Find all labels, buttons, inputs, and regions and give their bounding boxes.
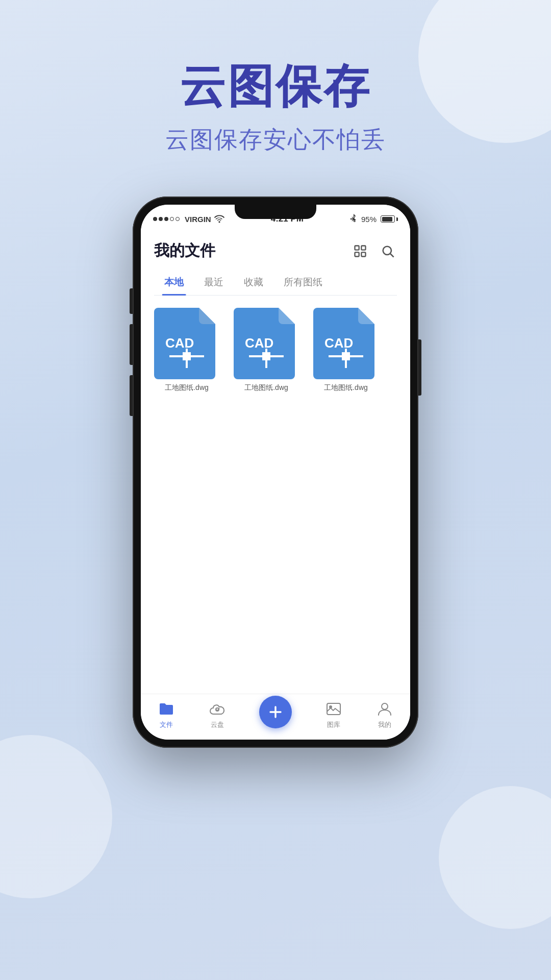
svg-rect-17 [342,352,350,360]
file-name: 工地图纸.dwg [324,383,368,393]
nav-item-gallery[interactable]: 图库 [324,700,343,729]
battery-indicator [381,215,398,223]
power-button [418,339,421,396]
list-item[interactable]: CAD 工地图纸.dwg [151,308,222,393]
folder-icon [157,700,176,718]
file-grid: CAD 工地图纸.dwg CAD [151,308,400,393]
cad-file-icon: CAD [154,308,219,379]
nav-item-files[interactable]: 文件 [157,700,176,729]
status-right: 95% [350,214,398,224]
signal-dots [153,217,180,221]
cad-file-icon: CAD [313,308,379,379]
list-item[interactable]: CAD 工地图纸.dwg [310,308,382,393]
battery-percent: 95% [361,215,377,224]
svg-rect-1 [361,246,365,250]
tab-favorites[interactable]: 收藏 [234,271,273,295]
bg-blob-bottom-right [439,786,551,929]
bluetooth-icon [350,214,357,224]
svg-text:CAD: CAD [245,335,273,351]
wifi-icon [214,215,224,223]
nav-item-profile[interactable]: 我的 [375,700,394,729]
hero-section: 云图保存 云图保存安心不怕丢 [165,61,386,156]
bottom-nav: 文件 云盘 [141,694,410,740]
svg-rect-9 [183,352,191,360]
app-title-row: 我的文件 [154,240,397,261]
phone-screen: VIRGIN 4:21 PM 95% [141,205,410,740]
header-icons [351,242,397,260]
file-tabs: 本地 最近 收藏 所有图纸 [154,271,397,296]
add-icon [267,704,284,720]
signal-dot-1 [153,217,157,221]
tab-recent[interactable]: 最近 [194,271,234,295]
carrier-text: VIRGIN [185,215,211,224]
bg-blob-top-right [418,0,551,143]
svg-line-5 [390,254,393,257]
cad-file-icon: CAD [234,308,299,379]
silent-button [130,375,133,416]
search-button[interactable] [379,242,397,260]
svg-rect-2 [355,252,359,256]
signal-dot-5 [176,217,180,221]
svg-text:CAD: CAD [324,335,353,351]
svg-point-4 [383,246,391,254]
user-icon [375,700,394,718]
signal-dot-2 [159,217,163,221]
status-left: VIRGIN [153,215,224,224]
nav-label-profile: 我的 [378,720,391,729]
nav-label-files: 文件 [160,720,173,729]
signal-dot-4 [170,217,174,221]
volume-up-button [130,288,133,314]
phone-body: VIRGIN 4:21 PM 95% [133,197,418,748]
svg-point-23 [382,703,388,709]
tab-all-drawings[interactable]: 所有图纸 [273,271,333,295]
hero-subtitle: 云图保存安心不怕丢 [165,124,386,156]
nav-label-cloud: 云盘 [211,720,224,729]
cloud-icon [208,700,227,718]
svg-rect-0 [355,246,359,250]
app-title: 我的文件 [154,240,215,261]
signal-dot-3 [164,217,168,221]
phone-notch [235,205,316,219]
file-name: 工地图纸.dwg [244,383,288,393]
hero-title: 云图保存 [165,61,386,112]
grid-view-button[interactable] [351,242,369,260]
phone-mockup: VIRGIN 4:21 PM 95% [133,197,418,748]
svg-text:CAD: CAD [165,335,194,351]
gallery-icon [324,700,343,718]
tab-local[interactable]: 本地 [154,271,194,295]
add-button[interactable] [259,696,292,728]
nav-label-gallery: 图库 [327,720,340,729]
file-area: CAD 工地图纸.dwg CAD [141,296,410,694]
svg-rect-13 [262,352,270,360]
volume-down-button [130,324,133,365]
search-icon [381,244,395,258]
nav-item-cloud[interactable]: 云盘 [208,700,227,729]
nav-item-add[interactable] [259,696,292,733]
svg-rect-3 [361,252,365,256]
bg-blob-bottom-left [0,735,112,898]
app-header: 我的文件 [141,231,410,296]
grid-icon [353,244,367,258]
list-item[interactable]: CAD 工地图纸.dwg [231,308,302,393]
file-name: 工地图纸.dwg [165,383,209,393]
